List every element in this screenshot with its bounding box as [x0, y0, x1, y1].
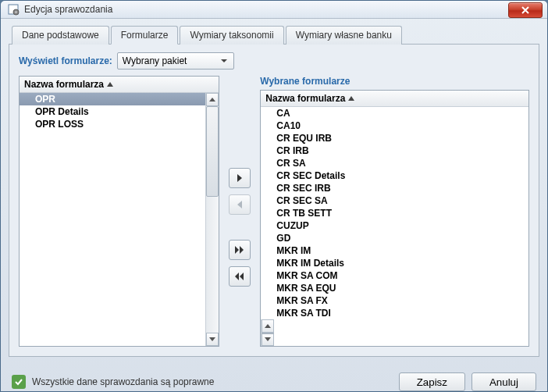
list-item[interactable]: CA [261, 107, 528, 119]
list-item[interactable]: CR TB SETT [261, 207, 528, 219]
list-item[interactable]: MKR SA COM [261, 269, 528, 282]
validation-check-icon[interactable] [12, 375, 26, 389]
list-item[interactable]: OPR LOSS [20, 118, 205, 130]
list-item[interactable]: CR SA [261, 157, 528, 169]
selected-list-scrollbar[interactable] [261, 319, 274, 346]
scroll-up-icon[interactable] [262, 319, 274, 333]
mover-buttons [226, 76, 254, 347]
filter-dropdown[interactable]: Wybrany pakiet [117, 52, 234, 69]
list-item[interactable]: CUZUP [261, 219, 528, 232]
move-all-right-button[interactable] [229, 240, 251, 260]
selected-list-body[interactable]: CACA10CR EQU IRBCR IRBCR SACR SEC Detail… [261, 107, 528, 319]
list-item[interactable]: MKR IM [261, 244, 528, 257]
cancel-button[interactable]: Anuluj [471, 372, 536, 391]
selected-forms-list[interactable]: Nazwa formularza CACA10CR EQU IRBCR IRBC… [260, 90, 529, 347]
sort-asc-icon [348, 96, 354, 101]
list-item[interactable]: CR SEC IRB [261, 182, 528, 194]
scroll-thumb[interactable] [206, 106, 219, 197]
list-item[interactable]: MKR SA FX [261, 294, 528, 307]
list-item[interactable]: CR IRB [261, 144, 528, 157]
available-list-header[interactable]: Nazwa formularza [20, 77, 219, 93]
list-item[interactable]: MKR SA TDI [261, 307, 528, 319]
list-item[interactable]: CR EQU IRB [261, 132, 528, 144]
list-item[interactable]: MKR IM Details [261, 257, 528, 269]
list-item[interactable]: GD [261, 232, 528, 244]
scroll-down-icon[interactable] [206, 333, 219, 346]
list-item[interactable]: CR SEC Details [261, 169, 528, 182]
available-list-body[interactable]: OPROPR DetailsOPR LOSS [20, 93, 205, 346]
dialog-body: Dane podstawowe Formularze Wymiary takso… [1, 19, 547, 365]
move-all-left-button[interactable] [229, 266, 251, 287]
list-item[interactable]: MKR SA EQU [261, 282, 528, 294]
list-item[interactable]: CR SEC SA [261, 194, 528, 207]
selected-forms-title: Wybrane formularze [260, 76, 529, 87]
save-button[interactable]: Zapisz [399, 372, 465, 391]
validation-label: Wszystkie dane sprawozdania są poprawne [32, 376, 214, 387]
scroll-up-icon[interactable] [206, 93, 219, 106]
tab-forms[interactable]: Formularze [111, 26, 179, 45]
chevron-down-icon [218, 55, 230, 66]
filter-dropdown-value: Wybrany pakiet [123, 55, 187, 66]
tabstrip: Dane podstawowe Formularze Wymiary takso… [9, 25, 539, 45]
dialog-footer: Wszystkie dane sprawozdania są poprawne … [1, 365, 547, 392]
close-button[interactable] [508, 2, 543, 18]
scroll-down-icon[interactable] [262, 333, 274, 346]
selected-list-header[interactable]: Nazwa formularza [261, 91, 528, 107]
titlebar[interactable]: Edycja sprawozdania [1, 1, 547, 19]
tab-bank-dimensions[interactable]: Wymiary własne banku [286, 26, 402, 45]
available-forms-list[interactable]: Nazwa formularza OPROPR DetailsOPR LOSS [19, 76, 219, 347]
available-list-scrollbar[interactable] [205, 93, 219, 346]
move-left-button[interactable] [229, 194, 251, 215]
list-item[interactable]: OPR [20, 93, 205, 105]
list-item[interactable]: CA10 [261, 119, 528, 132]
available-list-header-label: Nazwa formularza [24, 79, 104, 90]
tab-basic-data[interactable]: Dane podstawowe [12, 26, 109, 45]
list-item[interactable]: OPR Details [20, 105, 205, 118]
move-right-button[interactable] [229, 168, 251, 188]
window-title: Edycja sprawozdania [24, 4, 508, 15]
sort-asc-icon [107, 82, 113, 87]
filter-label: Wyświetl formularze: [19, 55, 112, 66]
tabpanel-forms: Wyświetl formularze: Wybrany pakiet Nazw… [9, 45, 539, 357]
app-icon [7, 3, 20, 16]
svg-point-2 [15, 11, 16, 12]
scroll-thumb[interactable] [262, 333, 274, 334]
dialog-window: Edycja sprawozdania Dane podstawowe Form… [0, 0, 548, 392]
tab-tax-dimensions[interactable]: Wymiary taksonomii [180, 26, 283, 45]
selected-list-header-label: Nazwa formularza [265, 93, 345, 104]
